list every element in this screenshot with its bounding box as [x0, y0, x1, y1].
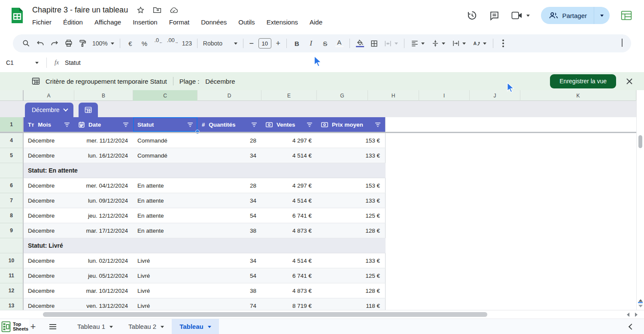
meet-caret-icon[interactable]: [526, 15, 530, 18]
column-header-k[interactable]: K: [520, 90, 636, 101]
merge-cells-icon[interactable]: [381, 37, 401, 50]
menu-fichier[interactable]: Fichier: [32, 18, 52, 26]
text-color-button[interactable]: A: [332, 37, 346, 50]
header-statut-selected-cell[interactable]: Statut: [133, 117, 197, 132]
cell-prix-moyen[interactable]: 118 €: [317, 298, 386, 310]
cell-mois[interactable]: Décembre: [24, 193, 74, 208]
cell-date[interactable]: mar. 17/12/2024: [74, 223, 133, 238]
horizontal-align-icon[interactable]: [407, 37, 428, 50]
fill-color-icon[interactable]: [353, 37, 367, 50]
column-header-e[interactable]: E: [261, 90, 317, 101]
header-prix-moyen[interactable]: Prix moyen: [317, 117, 386, 132]
row-number[interactable]: 6: [0, 178, 24, 193]
cell-quantites[interactable]: 74: [197, 298, 261, 310]
row-number[interactable]: 5: [0, 148, 24, 163]
font-select[interactable]: Roboto: [200, 37, 240, 50]
tab-caret-icon[interactable]: [109, 326, 113, 330]
menu-format[interactable]: Format: [169, 18, 190, 26]
star-icon[interactable]: [136, 6, 145, 15]
header-ventes[interactable]: Ventes: [261, 117, 317, 132]
cell-prix-moyen[interactable]: 133 €: [317, 193, 386, 208]
header-mois[interactable]: Tᴛ Mois: [24, 117, 74, 132]
cell-date[interactable]: mar. 10/12/2024: [74, 283, 133, 298]
cell-prix-moyen[interactable]: 125 €: [317, 268, 386, 283]
namebox-caret-icon[interactable]: [35, 62, 39, 66]
menu-aide[interactable]: Aide: [310, 18, 322, 26]
cell-quantites[interactable]: 54: [197, 208, 261, 223]
cell-statut[interactable]: En attente: [133, 193, 197, 208]
cell-date[interactable]: jeu. 05/12/2024: [74, 268, 133, 283]
cell-ventes[interactable]: 8 719 €: [261, 298, 317, 310]
column-header-a[interactable]: A: [24, 90, 74, 101]
cell-quantites[interactable]: 34: [197, 148, 261, 163]
cell-prix-moyen[interactable]: 128 €: [317, 223, 386, 238]
header-quantites[interactable]: # Quantités: [197, 117, 261, 132]
cell-statut[interactable]: En attente: [133, 223, 197, 238]
cell-prix-moyen[interactable]: 153 €: [317, 178, 386, 193]
column-header-h[interactable]: H: [368, 90, 419, 101]
borders-icon[interactable]: [367, 37, 381, 50]
sheet-tab-tableau1[interactable]: Tableau 1: [70, 319, 121, 334]
horizontal-scrollbar-thumb[interactable]: [43, 312, 487, 317]
filter-icon[interactable]: [307, 122, 313, 127]
filter-icon[interactable]: [64, 122, 70, 127]
bold-button[interactable]: B: [290, 37, 304, 50]
scroll-down-icon[interactable]: [638, 305, 643, 310]
redo-icon[interactable]: [47, 37, 61, 50]
table-menu-button[interactable]: [79, 103, 98, 117]
cell-mois[interactable]: Décembre: [24, 178, 74, 193]
cell-prix-moyen[interactable]: 125 €: [317, 208, 386, 223]
decrease-decimal-button[interactable]: .0←: [152, 37, 166, 50]
cell-mois[interactable]: Décembre: [24, 268, 74, 283]
undo-icon[interactable]: [33, 37, 47, 50]
frozen-row-divider[interactable]: [0, 132, 636, 133]
share-caret-button[interactable]: [594, 7, 610, 24]
cell-quantites[interactable]: 54: [197, 268, 261, 283]
close-banner-icon[interactable]: [626, 78, 633, 85]
header-date[interactable]: Date: [74, 117, 133, 132]
vertical-align-icon[interactable]: [428, 37, 449, 50]
row-number[interactable]: 11: [0, 268, 24, 283]
cell-date[interactable]: lun. 09/12/2024: [74, 193, 133, 208]
cell-date[interactable]: ven. 13/12/2024: [74, 298, 133, 310]
scroll-right-icon[interactable]: [635, 313, 640, 317]
cell-statut[interactable]: En attente: [133, 208, 197, 223]
filter-icon[interactable]: [187, 122, 193, 127]
cloud-saved-icon[interactable]: [170, 6, 178, 15]
comments-icon[interactable]: [489, 10, 500, 21]
cell-statut[interactable]: Livré: [133, 283, 197, 298]
move-folder-icon[interactable]: [153, 6, 161, 15]
cell-statut[interactable]: En attente: [133, 178, 197, 193]
cell-date[interactable]: mer. 04/12/2024: [74, 178, 133, 193]
horizontal-scrollbar[interactable]: [0, 310, 644, 319]
column-header-g[interactable]: G: [317, 90, 368, 101]
row-number-1[interactable]: 1: [0, 117, 24, 132]
cell-ventes[interactable]: 4 514 €: [261, 193, 317, 208]
zoom-select[interactable]: 100%: [90, 37, 117, 50]
history-icon[interactable]: [466, 10, 477, 21]
menu-affichage[interactable]: Affichage: [94, 18, 121, 26]
cell-quantites[interactable]: 34: [197, 253, 261, 268]
increase-decimal-button[interactable]: .00→: [166, 37, 180, 50]
strikethrough-button[interactable]: S: [318, 37, 332, 50]
row-number-empty[interactable]: [0, 163, 24, 178]
cell-prix-moyen[interactable]: 153 €: [317, 133, 386, 148]
cell-date[interactable]: mer. 11/12/2024: [74, 133, 133, 148]
cell-mois[interactable]: Décembre: [24, 208, 74, 223]
italic-button[interactable]: I: [304, 37, 318, 50]
percent-format-button[interactable]: %: [137, 37, 152, 50]
row-number[interactable]: 9: [0, 223, 24, 238]
cell-mois[interactable]: Décembre: [24, 298, 74, 310]
select-all-corner[interactable]: [0, 90, 24, 101]
more-icon[interactable]: [496, 37, 510, 50]
column-header-d[interactable]: D: [197, 90, 261, 101]
more-formats-button[interactable]: 123: [180, 37, 194, 50]
scroll-up-icon[interactable]: [638, 297, 643, 302]
vertical-scrollbar-thumb[interactable]: [638, 135, 642, 148]
font-size-input[interactable]: 10: [258, 38, 271, 49]
filter-icon[interactable]: [375, 122, 381, 127]
cell-date[interactable]: jeu. 12/12/2024: [74, 208, 133, 223]
cell-statut[interactable]: Livré: [133, 268, 197, 283]
currency-format-button[interactable]: €: [123, 37, 137, 50]
cell-ventes[interactable]: 4 297 €: [261, 178, 317, 193]
